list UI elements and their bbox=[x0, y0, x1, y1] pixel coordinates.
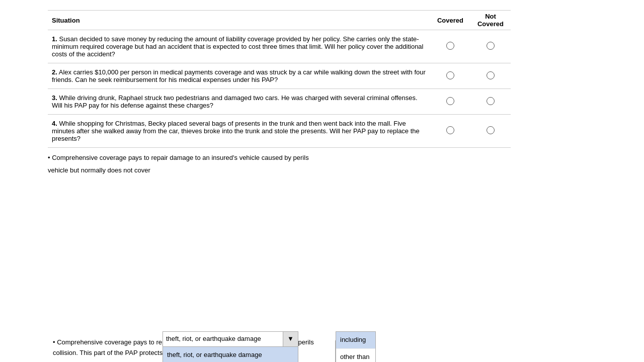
dropdown2-option-including[interactable]: including bbox=[336, 332, 375, 349]
dropdown2-container[interactable]: including other than bbox=[336, 331, 376, 362]
table-row: 1. Susan decided to save money by reduci… bbox=[48, 30, 511, 63]
situation-4-covered-cell[interactable] bbox=[430, 115, 470, 148]
situation-1-not-covered-cell[interactable] bbox=[470, 30, 511, 63]
situation-4-text: 4. While shopping for Christmas, Becky p… bbox=[48, 115, 430, 148]
dropdown1-arrow-icon: ▼ bbox=[287, 334, 294, 344]
table-row: 3. While driving drunk, Raphael struck t… bbox=[48, 89, 511, 115]
situation-3-text: 3. While driving drunk, Raphael struck t… bbox=[48, 89, 430, 115]
not-covered-header: Not Covered bbox=[470, 11, 511, 30]
situation-2-text: 2. Alex carries $10,000 per person in me… bbox=[48, 63, 430, 89]
situation-4-not-covered-cell[interactable] bbox=[470, 115, 511, 148]
situation-3-covered-radio[interactable] bbox=[446, 97, 454, 105]
main-table-wrapper: Situation Covered Not Covered 1. Susan d… bbox=[48, 10, 511, 148]
dropdown2-placeholder-space bbox=[453, 331, 494, 344]
bullet-text-line1: • Comprehensive coverage pays to repair … bbox=[48, 153, 511, 163]
situation-4-not-covered-radio[interactable] bbox=[487, 126, 495, 134]
situation-1-covered-radio[interactable] bbox=[446, 42, 454, 50]
bullet-text-before: • Comprehensive coverage pays to repair … bbox=[48, 154, 309, 161]
bullet-section: • Comprehensive coverage pays to repair … bbox=[48, 153, 511, 176]
bullet-text-line2: vehicle but normally does not cover bbox=[48, 165, 511, 176]
situation-1-not-covered-radio[interactable] bbox=[487, 42, 495, 50]
situation-3-covered-cell[interactable] bbox=[430, 89, 470, 115]
situation-2-not-covered-cell[interactable] bbox=[470, 63, 511, 89]
situation-1-number: 1. bbox=[52, 35, 57, 43]
situation-3-not-covered-radio[interactable] bbox=[487, 97, 495, 105]
situation-2-number: 2. bbox=[52, 68, 57, 76]
situation-2-not-covered-radio[interactable] bbox=[487, 71, 495, 79]
table-row: 2. Alex carries $10,000 per person in me… bbox=[48, 63, 511, 89]
situation-3-not-covered-cell[interactable] bbox=[470, 89, 511, 115]
situation-1-covered-cell[interactable] bbox=[430, 30, 470, 63]
situation-4-number: 4. bbox=[52, 120, 57, 127]
dropdown1-selected-text: theft, riot, or earthquake damage bbox=[166, 334, 295, 344]
dropdown1-arrow-button[interactable]: ▼ bbox=[283, 332, 298, 346]
dropdown1-container[interactable]: theft, riot, or earthquake damage ▼ thef… bbox=[163, 331, 298, 362]
dropdown2-option-other-than[interactable]: other than bbox=[336, 349, 375, 362]
dropdown1-list: theft, riot, or earthquake damage theft … bbox=[163, 347, 298, 362]
situation-header: Situation bbox=[48, 11, 430, 30]
situation-2-covered-cell[interactable] bbox=[430, 63, 470, 89]
situation-4-covered-radio[interactable] bbox=[446, 126, 454, 134]
situation-2-covered-radio[interactable] bbox=[446, 71, 454, 79]
dropdown1-selected-box[interactable]: theft, riot, or earthquake damage ▼ bbox=[163, 331, 298, 347]
dropdown1-option-1[interactable]: theft, riot, or earthquake damage bbox=[163, 347, 298, 362]
situation-1-text: 1. Susan decided to save money by reduci… bbox=[48, 30, 430, 63]
covered-header: Covered bbox=[430, 11, 470, 30]
situation-3-number: 3. bbox=[52, 94, 57, 102]
table-row: 4. While shopping for Christmas, Becky p… bbox=[48, 115, 511, 148]
bullet-text-after: vehicle but normally does not cover bbox=[48, 166, 150, 174]
situations-table: Situation Covered Not Covered 1. Susan d… bbox=[48, 10, 511, 148]
